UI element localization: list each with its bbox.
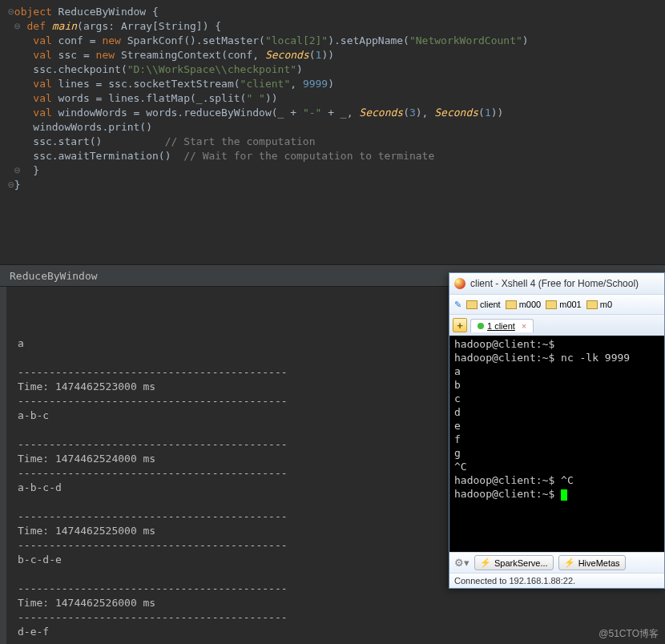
toolbar-new-icon[interactable]: ✎ <box>454 300 461 310</box>
close-icon[interactable]: × <box>522 321 526 331</box>
tab-label: 1 client <box>487 321 515 331</box>
fold-icon[interactable]: ⊖ <box>8 179 14 191</box>
sparkserve-button[interactable]: ⚡SparkServe... <box>474 555 554 570</box>
fold-icon[interactable]: ⊖ <box>8 20 21 32</box>
fold-icon[interactable]: ⊖ <box>8 6 14 18</box>
terminal-tab-client[interactable]: 1 client × <box>470 319 534 332</box>
toolbar-item-client[interactable]: client <box>466 300 501 309</box>
xshell-tabrow[interactable]: + 1 client × <box>449 315 664 336</box>
folder-icon <box>466 300 478 309</box>
toolbar-item-m001[interactable]: m001 <box>546 300 582 309</box>
folder-icon <box>586 300 598 309</box>
xshell-status-bar: Connected to 192.168.1.88:22. <box>449 573 664 588</box>
connection-status: Connected to 192.168.1.88:22. <box>454 576 575 586</box>
folder-icon <box>506 300 517 309</box>
new-tab-button[interactable]: + <box>453 318 467 332</box>
code-editor[interactable]: ⊖object ReduceByWindow { ⊖ def main(args… <box>0 0 665 264</box>
fold-icon[interactable]: ⊖ <box>14 164 21 176</box>
xshell-icon <box>454 278 466 289</box>
xshell-titlebar[interactable]: client - Xshell 4 (Free for Home/School) <box>449 273 664 294</box>
xshell-bottom-toolbar[interactable]: ⚙▾ ⚡SparkServe... ⚡HiveMetas <box>449 552 664 573</box>
folder-icon <box>546 300 557 309</box>
run-tab-label[interactable]: ReduceByWindow <box>10 270 98 282</box>
terminal-output[interactable]: hadoop@client:~$ hadoop@client:~$ nc -lk… <box>449 336 664 552</box>
status-dot-icon <box>478 323 484 329</box>
lightning-icon: ⚡ <box>480 557 491 568</box>
gear-icon[interactable]: ⚙▾ <box>454 557 470 569</box>
console-gutter <box>0 287 6 644</box>
xshell-title-text: client - Xshell 4 (Free for Home/School) <box>470 278 639 289</box>
lightning-icon: ⚡ <box>564 557 575 568</box>
toolbar-item-m0[interactable]: m0 <box>586 300 612 309</box>
hivemetas-button[interactable]: ⚡HiveMetas <box>558 555 626 570</box>
xshell-window[interactable]: client - Xshell 4 (Free for Home/School)… <box>449 272 665 589</box>
keyword: object <box>14 6 52 18</box>
xshell-toolbar[interactable]: ✎ client m000 m001 m0 <box>449 294 664 315</box>
toolbar-item-m000[interactable]: m000 <box>506 300 542 309</box>
cursor-icon <box>561 489 567 501</box>
watermark: @51CTO博客 <box>598 627 659 641</box>
